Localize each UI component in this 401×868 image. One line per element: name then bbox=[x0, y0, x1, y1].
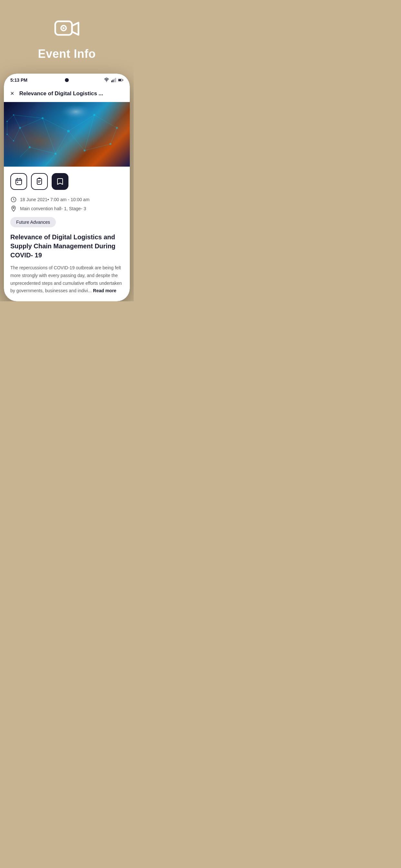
event-location: Main convention hall- 1, Stage- 3 bbox=[20, 206, 86, 211]
phone-frame: 5:13 PM × bbox=[4, 73, 130, 301]
svg-point-32 bbox=[42, 117, 43, 119]
svg-point-43 bbox=[13, 140, 14, 142]
location-row: Main convention hall- 1, Stage- 3 bbox=[10, 206, 123, 212]
action-buttons bbox=[10, 173, 123, 190]
svg-point-3 bbox=[106, 82, 107, 82]
header-section: Event Info bbox=[31, 0, 102, 73]
svg-rect-50 bbox=[37, 179, 42, 184]
svg-point-37 bbox=[55, 153, 57, 155]
calendar-button[interactable] bbox=[10, 173, 27, 190]
svg-line-19 bbox=[85, 144, 111, 151]
battery-icon bbox=[118, 78, 123, 83]
svg-rect-49 bbox=[17, 182, 18, 183]
svg-line-29 bbox=[7, 134, 13, 141]
svg-rect-45 bbox=[16, 179, 22, 185]
svg-point-38 bbox=[84, 150, 86, 151]
svg-line-18 bbox=[68, 131, 85, 151]
svg-line-15 bbox=[20, 128, 30, 147]
bookmark-icon bbox=[56, 178, 64, 185]
svg-point-40 bbox=[13, 114, 14, 116]
svg-point-36 bbox=[29, 146, 31, 148]
read-more-link[interactable]: Read more bbox=[93, 288, 116, 293]
event-hero-image bbox=[4, 102, 130, 166]
svg-rect-4 bbox=[112, 81, 112, 82]
svg-line-11 bbox=[20, 118, 42, 128]
svg-line-30 bbox=[13, 128, 20, 141]
svg-line-25 bbox=[13, 115, 20, 128]
status-time: 5:13 PM bbox=[10, 78, 27, 83]
clock-icon bbox=[10, 196, 17, 203]
wifi-icon bbox=[104, 78, 109, 83]
svg-point-44 bbox=[48, 105, 99, 131]
clipboard-button[interactable] bbox=[31, 173, 48, 190]
svg-line-20 bbox=[111, 128, 117, 144]
clipboard-icon bbox=[35, 178, 43, 185]
close-button[interactable]: × bbox=[10, 90, 14, 97]
signal-icon bbox=[111, 78, 116, 83]
phone-content: 18 June 2021• 7:00 am - 10:00 am Main co… bbox=[4, 166, 130, 301]
event-datetime: 18 June 2021• 7:00 am - 10:00 am bbox=[20, 197, 89, 202]
svg-line-23 bbox=[20, 147, 30, 157]
event-description: The repercussions of COVID-19 outbreak a… bbox=[10, 264, 123, 295]
video-camera-icon bbox=[54, 16, 80, 42]
svg-line-24 bbox=[46, 154, 56, 165]
nav-title: Relevance of Digital Logistics ... bbox=[19, 90, 103, 97]
network-graphic bbox=[4, 102, 130, 166]
location-icon bbox=[10, 206, 17, 212]
datetime-row: 18 June 2021• 7:00 am - 10:00 am bbox=[10, 196, 123, 203]
svg-line-26 bbox=[13, 115, 42, 118]
status-icons bbox=[104, 78, 123, 83]
svg-rect-7 bbox=[115, 78, 116, 82]
event-meta: 18 June 2021• 7:00 am - 10:00 am Main co… bbox=[10, 196, 123, 212]
svg-point-35 bbox=[116, 127, 118, 129]
bookmark-button[interactable] bbox=[52, 173, 68, 190]
svg-line-16 bbox=[30, 147, 56, 154]
svg-line-27 bbox=[7, 115, 13, 121]
status-bar: 5:13 PM bbox=[4, 73, 130, 85]
event-title: Relevance of Digital Logistics and Suppl… bbox=[10, 232, 123, 259]
event-tag: Future Advances bbox=[10, 217, 56, 227]
svg-marker-2 bbox=[63, 27, 65, 29]
svg-point-54 bbox=[13, 207, 14, 208]
svg-rect-10 bbox=[123, 80, 123, 81]
svg-rect-5 bbox=[113, 80, 114, 82]
nav-bar: × Relevance of Digital Logistics ... bbox=[4, 85, 130, 102]
svg-rect-9 bbox=[119, 79, 121, 81]
svg-point-31 bbox=[19, 127, 21, 129]
svg-point-39 bbox=[110, 143, 112, 145]
calendar-icon bbox=[15, 178, 23, 185]
svg-line-17 bbox=[56, 131, 68, 154]
svg-point-42 bbox=[6, 134, 8, 135]
svg-rect-6 bbox=[114, 79, 115, 82]
camera-dot bbox=[65, 78, 69, 82]
page-title: Event Info bbox=[38, 47, 96, 61]
svg-point-41 bbox=[6, 121, 8, 122]
